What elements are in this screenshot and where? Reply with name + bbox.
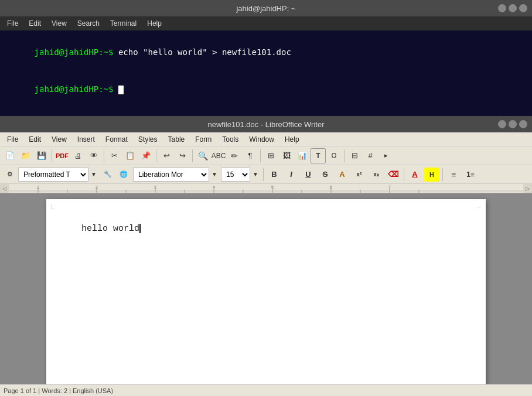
- open-button[interactable]: 📁: [18, 148, 33, 163]
- history-tools: ↩ ↪: [159, 148, 190, 163]
- size-dropdown-btn[interactable]: ▼: [251, 167, 260, 182]
- page-content[interactable]: hello world: [81, 223, 451, 235]
- spellcheck-button[interactable]: ABC: [211, 148, 226, 163]
- writer-titlebar: newfile101.doc - LibreOffice Writer: [0, 116, 532, 132]
- writer-menu-help[interactable]: Help: [280, 134, 304, 145]
- terminal-menu-search[interactable]: Search: [73, 18, 104, 29]
- terminal-minimize-btn[interactable]: [498, 4, 506, 12]
- insert-chart-button[interactable]: 📊: [295, 148, 310, 163]
- terminal-titlebar: jahid@jahidHP: ~: [0, 0, 532, 16]
- sep-fmt1: [263, 168, 264, 181]
- terminal-cursor: [118, 86, 124, 94]
- terminal-menu-view[interactable]: View: [47, 18, 71, 29]
- strikethrough-button[interactable]: S: [318, 168, 333, 182]
- font-size-group: 15 10 12 14 16 18 24 ▼: [221, 167, 260, 182]
- writer-window-controls: [498, 120, 527, 128]
- sep5: [260, 149, 261, 162]
- terminal-menu-help[interactable]: Help: [142, 18, 166, 29]
- font-name-select[interactable]: Liberation Mor Liberation Sans Liberatio…: [133, 168, 209, 182]
- font-size-select[interactable]: 15 10 12 14 16 18 24: [221, 168, 250, 182]
- terminal-cmd-1: echo "hello world" > newfile101.doc: [118, 47, 291, 57]
- writer-close-btn[interactable]: [519, 120, 527, 128]
- print-button[interactable]: 🖨: [70, 148, 86, 163]
- style-dropdown-btn[interactable]: ▼: [89, 167, 98, 182]
- corner-mark-tl: L: [51, 204, 54, 210]
- svg-text:3: 3: [154, 185, 156, 189]
- writer-menu-table[interactable]: Table: [163, 134, 190, 145]
- font-extra-btn[interactable]: 🌐: [116, 167, 131, 182]
- italic-button[interactable]: I: [284, 168, 299, 182]
- sep4: [192, 149, 193, 162]
- terminal-menu-edit[interactable]: Edit: [24, 18, 46, 29]
- writer-minimize-btn[interactable]: [498, 120, 506, 128]
- document-page: L ⌐ hello world: [46, 199, 486, 384]
- terminal-menu-terminal[interactable]: Terminal: [105, 18, 141, 29]
- new-button[interactable]: 📄: [2, 148, 18, 163]
- insert-table-button[interactable]: ⊞: [263, 148, 278, 163]
- highlight-yellow-button[interactable]: A: [335, 168, 350, 182]
- ruler-marks: 1 2 3 4 5: [9, 184, 523, 193]
- insert-numbered-button[interactable]: #: [363, 148, 378, 163]
- numbering-button[interactable]: 1≡: [463, 168, 478, 182]
- style-group: ⚙ Preformatted T Default Paragraph Style…: [2, 167, 98, 182]
- writer-menu-view[interactable]: View: [47, 134, 71, 145]
- find-button[interactable]: 🔍: [195, 148, 210, 163]
- export-tools: PDF 🖨 👁: [54, 148, 101, 163]
- preview-button[interactable]: 👁: [86, 148, 101, 163]
- find-tools: 🔍 ABC ✏ ¶: [195, 148, 258, 163]
- font-dropdown-btn[interactable]: ▼: [210, 167, 219, 182]
- clear-format-button[interactable]: ⌫: [386, 168, 401, 182]
- text-cursor: [139, 224, 141, 233]
- terminal-maximize-btn[interactable]: [509, 4, 517, 12]
- writer-menu-file[interactable]: File: [2, 134, 23, 145]
- document-area[interactable]: L ⌐ hello world: [0, 193, 532, 384]
- pdf-button[interactable]: PDF: [54, 148, 70, 163]
- writer-maximize-btn[interactable]: [509, 120, 517, 128]
- terminal-close-btn[interactable]: [519, 4, 527, 12]
- terminal-title: jahid@jahidHP: ~: [236, 4, 295, 13]
- save-button[interactable]: 💾: [34, 148, 49, 163]
- writer-menu-tools[interactable]: Tools: [217, 134, 243, 145]
- writer-menu-form[interactable]: Form: [190, 134, 216, 145]
- insert-more-button[interactable]: ▸: [378, 148, 394, 163]
- svg-text:2: 2: [96, 185, 98, 189]
- ruler-left-margin: ◁: [2, 186, 6, 192]
- svg-text:1: 1: [37, 185, 39, 189]
- paste-button[interactable]: 📌: [138, 148, 154, 163]
- font-settings-btn[interactable]: 🔧: [100, 167, 115, 182]
- insert-tools: ⊞ 🖼 📊 T Ω: [263, 148, 342, 163]
- writer-menu-edit[interactable]: Edit: [24, 134, 46, 145]
- ruler-right-margin: ▷: [526, 186, 530, 192]
- svg-text:4: 4: [213, 185, 215, 189]
- subscript-button[interactable]: x₂: [369, 168, 384, 182]
- font-color-button[interactable]: A: [407, 168, 422, 182]
- insert-endnote-button[interactable]: ⊟: [347, 148, 362, 163]
- terminal-window-controls: [498, 4, 527, 12]
- insert-image-button[interactable]: 🖼: [279, 148, 294, 163]
- showformat-button[interactable]: ¶: [243, 148, 258, 163]
- ruler: ◁ 1 2 3 4: [0, 184, 532, 193]
- styles-config-btn[interactable]: ⚙: [2, 167, 18, 182]
- writer-menu-insert[interactable]: Insert: [73, 134, 100, 145]
- highlight-button[interactable]: H: [424, 168, 439, 182]
- insert-text-button[interactable]: T: [311, 148, 326, 163]
- sep2: [104, 149, 104, 162]
- superscript-button[interactable]: x²: [352, 168, 367, 182]
- bold-button[interactable]: B: [267, 168, 282, 182]
- paragraph-style-select[interactable]: Preformatted T Default Paragraph Style H…: [18, 168, 88, 182]
- terminal-menu-file[interactable]: File: [2, 18, 23, 29]
- undo-button[interactable]: ↩: [159, 148, 174, 163]
- writer-menu-window[interactable]: Window: [244, 134, 279, 145]
- cut-button[interactable]: ✂: [107, 148, 122, 163]
- redo-button[interactable]: ↪: [175, 148, 190, 163]
- insert-special-button[interactable]: Ω: [326, 148, 342, 163]
- bullets-button[interactable]: ≡: [446, 168, 461, 182]
- writer-menu-format[interactable]: Format: [101, 134, 132, 145]
- sep-fmt3: [442, 168, 443, 181]
- terminal-prompt-1: jahid@jahidHP:~$: [35, 47, 118, 57]
- copy-button[interactable]: 📋: [122, 148, 138, 163]
- terminal-prompt-2: jahid@jahidHP:~$: [35, 84, 118, 94]
- underline-button[interactable]: U: [301, 168, 316, 182]
- writer-menu-styles[interactable]: Styles: [134, 134, 162, 145]
- autocorrect-button[interactable]: ✏: [227, 148, 242, 163]
